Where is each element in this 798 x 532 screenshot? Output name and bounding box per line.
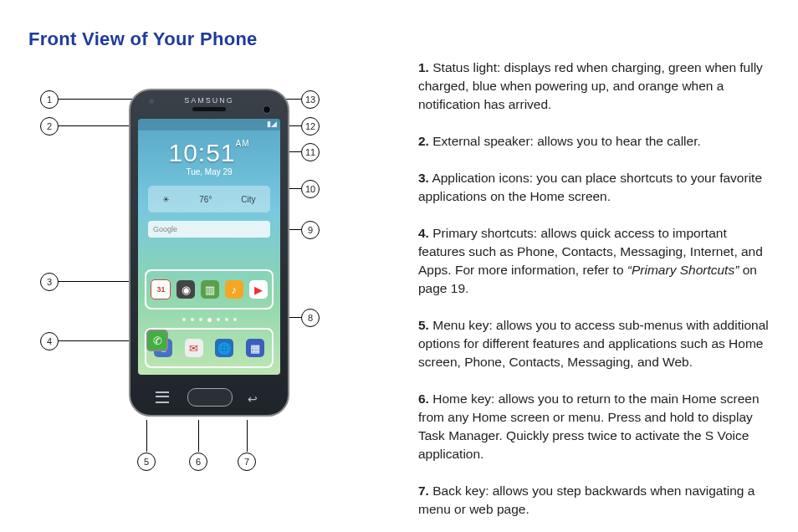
weather-widget: ☀ 76° City	[148, 186, 270, 212]
item-desc: : allows you to hear the caller.	[530, 134, 701, 148]
item-term: Primary shortcuts	[432, 226, 534, 240]
clock-time: 10:51	[168, 139, 235, 166]
callout-9: 9	[301, 221, 320, 239]
page-indicator	[138, 318, 280, 323]
internet-icon: 🌐	[215, 339, 233, 357]
status-bar: ▮◢	[138, 119, 280, 130]
item-number: 4.	[418, 226, 429, 240]
earpiece-speaker	[192, 107, 226, 111]
phone-illustration: SAMSUNG ▮◢ 10:51AM Tue, May 29 ☀ 76° Cit…	[129, 89, 286, 415]
weather-city: City	[241, 195, 255, 204]
lead-7	[247, 420, 248, 452]
item-number: 7.	[418, 483, 429, 498]
callout-10: 10	[301, 180, 320, 198]
item-number: 5.	[418, 318, 429, 332]
item-number: 1.	[418, 60, 429, 74]
messaging-icon: ✉	[185, 339, 203, 357]
list-item: 6. Home key: allows you to return to the…	[418, 390, 770, 463]
sun-icon: ☀	[162, 195, 170, 204]
item-ref: “Primary Shortcuts”	[627, 263, 739, 277]
item-term: Menu key	[432, 318, 489, 332]
lead-6	[198, 420, 199, 452]
item-number: 6.	[418, 391, 429, 406]
phone-body: SAMSUNG ▮◢ 10:51AM Tue, May 29 ☀ 76° Cit…	[129, 89, 289, 417]
page-heading: Front View of Your Phone	[28, 28, 798, 50]
brand-label: SAMSUNG	[130, 96, 288, 105]
back-key: ↩	[248, 393, 263, 405]
callout-13: 13	[301, 90, 320, 109]
item-term: Status light	[432, 60, 497, 74]
status-light	[149, 99, 154, 104]
manual-page: Front View of Your Phone 1 2 3 4 5 6 7 1…	[0, 28, 798, 532]
description-list: 1. Status light: displays red when charg…	[418, 59, 770, 519]
apps-icon: ▦	[246, 339, 264, 357]
home-key	[187, 388, 233, 407]
list-item: 3. Application icons: you can place shor…	[418, 169, 770, 206]
screen: ▮◢ 10:51AM Tue, May 29 ☀ 76° City Google…	[138, 119, 280, 375]
clock-ampm: AM	[236, 139, 250, 148]
camera-icon: ◉	[176, 280, 195, 299]
status-icons: ▮◢	[267, 120, 277, 128]
list-item: 4. Primary shortcuts: allows quick acces…	[418, 224, 770, 298]
item-term: Application icons	[432, 171, 529, 185]
date-label: Tue, May 29	[138, 167, 280, 176]
music-icon: ♪	[225, 280, 243, 299]
callout-11: 11	[301, 143, 320, 161]
primary-shortcuts-row: ✆ ☺ ✉ 🌐 ▦	[145, 328, 274, 368]
play-store-icon: ▶	[249, 280, 268, 299]
callout-1: 1	[40, 90, 59, 109]
phone-icon: ✆	[146, 330, 168, 351]
list-item: 5. Menu key: allows you to access sub-me…	[418, 316, 770, 371]
lead-4	[59, 340, 136, 341]
lead-2	[59, 125, 136, 126]
item-term: Home key	[432, 391, 491, 406]
list-item: 1. Status light: displays red when charg…	[418, 59, 770, 114]
calendar-icon: 31	[151, 279, 171, 299]
weather-temp: 76°	[199, 195, 212, 204]
list-item: 2. External speaker: allows you to hear …	[418, 132, 770, 151]
clock-widget: 10:51AM	[138, 139, 280, 167]
callout-6: 6	[189, 453, 207, 471]
callout-5: 5	[137, 453, 156, 471]
phone-diagram: 1 2 3 4 5 6 7 13 12 11 10 9 8 SAMSUNG	[28, 87, 371, 505]
item-term: Back key	[432, 483, 485, 498]
lead-5	[146, 420, 147, 452]
list-item: 7. Back key: allows you step backwards w…	[418, 482, 770, 519]
item-term: External speaker	[432, 134, 529, 148]
callout-3: 3	[40, 273, 59, 291]
app-icon-row: 31 ◉ ▥ ♪ ▶	[145, 269, 274, 309]
lead-3	[59, 281, 136, 282]
callout-7: 7	[238, 453, 256, 471]
callout-2: 2	[40, 117, 59, 136]
callout-4: 4	[40, 332, 59, 350]
menu-key	[156, 391, 169, 403]
item-number: 3.	[418, 171, 429, 185]
callout-8: 8	[301, 309, 320, 327]
callout-12: 12	[301, 117, 320, 136]
front-camera	[263, 105, 271, 114]
books-icon: ▥	[201, 280, 219, 299]
google-search-bar: Google	[148, 221, 270, 238]
item-number: 2.	[418, 134, 429, 148]
